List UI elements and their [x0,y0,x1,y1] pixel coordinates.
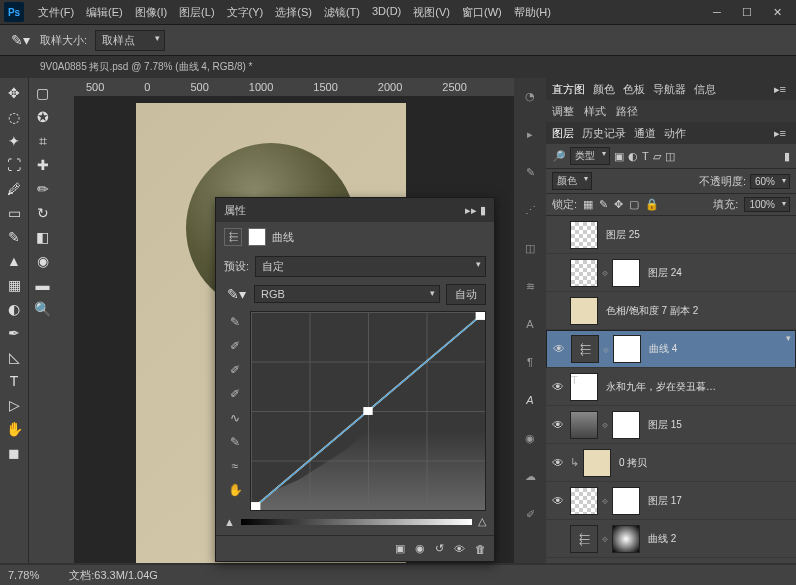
tool-preset-icon[interactable]: ✎▾ [8,29,32,51]
direct-select-tool-icon[interactable]: ▷ [2,394,26,416]
layer-thumbnail[interactable]: ⬱ [570,525,598,553]
layer-thumbnail[interactable] [570,411,598,439]
tab-adjustments[interactable]: 调整 [552,104,574,119]
link-icon[interactable]: ⟐ [602,267,608,278]
dodge-tool-icon[interactable]: ◐ [2,298,26,320]
heal-tool-icon[interactable]: ✚ [31,154,55,176]
filter-toggle-icon[interactable]: ▮ [784,150,790,163]
layer-thumbnail[interactable] [570,297,598,325]
layer-thumbnail[interactable] [583,449,611,477]
close-button[interactable]: ✕ [762,2,792,22]
menu-window[interactable]: 窗口(W) [456,5,508,20]
layer-row[interactable]: ⬱⟐曲线 2 [546,520,796,558]
brush-settings-icon[interactable]: ✐ [518,502,542,526]
tab-navigator[interactable]: 导航器 [653,82,686,97]
filter-smart-icon[interactable]: ◫ [665,150,675,163]
preset-select[interactable]: 自定 [255,256,486,277]
sampler-icon[interactable]: ✎▾ [224,283,248,305]
layer-row[interactable]: 👁T永和九年，岁在癸丑暮… [546,368,796,406]
tab-channels[interactable]: 通道 [634,126,656,141]
filter-adjust-icon[interactable]: ◐ [628,150,638,163]
magic-wand-tool-icon[interactable]: ✦ [2,130,26,152]
black-point-icon[interactable]: ✐ [224,383,246,405]
lock-artboard-icon[interactable]: ▢ [629,198,639,211]
properties-panel[interactable]: 属性 ▸▸ ▮ ⬱ 曲线 预设: 自定 ✎▾ RGB 自动 ✎ ✐ ✐ ✐ ∿ … [215,197,495,562]
mask-icon[interactable] [248,228,266,246]
document-tab[interactable]: 9V0A0885 拷贝.psd @ 7.78% (曲线 4, RGB/8) * [40,60,252,74]
lock-position-icon[interactable]: ✥ [614,198,623,211]
fill-value[interactable]: 100% [744,197,790,212]
blend-mode-select[interactable]: 颜色 [552,172,592,190]
smooth-icon[interactable]: ≈ [224,455,246,477]
auto-button[interactable]: 自动 [446,284,486,305]
actions-panel-icon[interactable]: ▸ [518,122,542,146]
layer-mask-thumbnail[interactable] [612,525,640,553]
layer-name[interactable]: 图层 25 [606,228,792,242]
layers-panel-icon[interactable]: ≋ [518,274,542,298]
filter-type-icon[interactable]: T [642,150,649,162]
history-panel-icon[interactable]: ◔ [518,84,542,108]
layer-mask-thumbnail[interactable] [612,259,640,287]
properties-header[interactable]: 属性 ▸▸ ▮ [216,198,494,222]
lock-pixels-icon[interactable]: ▦ [583,198,593,211]
type-tool-icon[interactable]: T [2,370,26,392]
link-icon[interactable]: ⟐ [602,495,608,506]
lock-all-icon[interactable]: 🔒 [645,198,659,211]
layer-thumbnail[interactable] [570,259,598,287]
opacity-value[interactable]: 60% [750,174,790,189]
3d-panel-icon[interactable]: ◫ [518,236,542,260]
reset-icon[interactable]: ↺ [435,542,444,555]
view-previous-icon[interactable]: ◉ [415,542,425,555]
channel-select[interactable]: RGB [254,285,440,303]
menu-image[interactable]: 图像(I) [129,5,173,20]
hand-icon[interactable]: ✋ [224,479,246,501]
search-icon[interactable]: 🔎 [552,150,566,163]
libraries-panel-icon[interactable]: ◉ [518,426,542,450]
layer-mask-thumbnail[interactable] [612,487,640,515]
visibility-toggle[interactable]: 👁 [550,418,566,432]
panel-collapse-icon[interactable]: ▸▸ ▮ [465,204,486,217]
foreground-color[interactable]: ◼ [2,442,26,464]
toggle-visibility-icon[interactable]: 👁 [454,543,465,555]
gradient-tool-icon[interactable]: ▦ [2,274,26,296]
menu-3d[interactable]: 3D(D) [366,5,407,20]
tab-paths[interactable]: 路径 [616,104,638,119]
clip-icon[interactable]: ▣ [395,542,405,555]
delete-icon[interactable]: 🗑 [475,543,486,555]
brushes-panel-icon[interactable]: ⋰ [518,198,542,222]
visibility-toggle[interactable]: 👁 [550,456,566,470]
white-slider-icon[interactable]: △ [478,515,486,528]
tab-histogram[interactable]: 直方图 [552,82,585,97]
menu-edit[interactable]: 编辑(E) [80,5,129,20]
tab-color[interactable]: 颜色 [593,82,615,97]
hand-tool-icon[interactable]: ✋ [2,418,26,440]
menu-view[interactable]: 视图(V) [407,5,456,20]
layer-name[interactable]: 永和九年，岁在癸丑暮… [606,380,792,394]
tool-presets-icon[interactable]: ✎ [518,160,542,184]
layer-mask-thumbnail[interactable] [612,411,640,439]
on-image-tool-icon[interactable]: ✎ [224,311,246,333]
draw-curve-icon[interactable]: ✎ [224,431,246,453]
visibility-toggle[interactable]: 👁 [550,380,566,394]
black-slider-icon[interactable]: ▲ [224,516,235,528]
doc-size[interactable]: 文档:63.3M/1.04G [69,568,158,583]
tab-history[interactable]: 历史记录 [582,126,626,141]
layer-row[interactable]: 👁↳0 拷贝 [546,444,796,482]
eraser-tool-icon[interactable]: ◧ [31,226,55,248]
link-icon[interactable]: ⟐ [603,344,609,355]
layer-row[interactable]: 👁⬱⟐曲线 4 [546,330,796,368]
tab-info[interactable]: 信息 [694,82,716,97]
curves-graph[interactable] [250,311,486,511]
visibility-toggle[interactable]: 👁 [551,342,567,356]
menu-type[interactable]: 文字(Y) [221,5,270,20]
maximize-button[interactable]: ☐ [732,2,762,22]
tab-styles[interactable]: 样式 [584,104,606,119]
layer-name[interactable]: 曲线 2 [648,532,792,546]
tab-layers[interactable]: 图层 [552,126,574,141]
lock-paint-icon[interactable]: ✎ [599,198,608,211]
brush-tool-icon[interactable]: ✎ [2,226,26,248]
menu-filter[interactable]: 滤镜(T) [318,5,366,20]
visibility-toggle[interactable]: 👁 [550,494,566,508]
layer-name[interactable]: 曲线 4 [649,342,791,356]
layer-row[interactable]: 图层 25 [546,216,796,254]
